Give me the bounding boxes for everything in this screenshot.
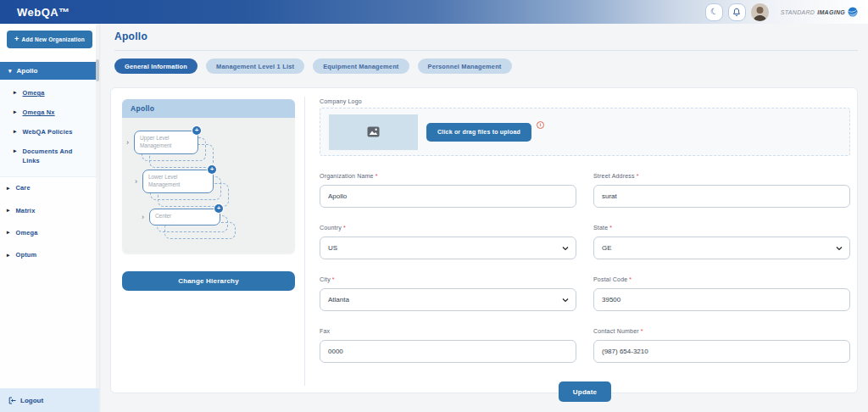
bell-icon	[732, 8, 741, 17]
postal-code-input[interactable]	[593, 288, 850, 311]
avatar-image	[751, 3, 769, 21]
subitem-label: WebQA Policies	[22, 127, 72, 136]
sidebar-item-care[interactable]: ▸ Care	[0, 177, 99, 199]
organization-name-input[interactable]	[320, 185, 576, 208]
logo-preview	[329, 114, 418, 150]
hierarchy-tree: › Upper Level Management + › Lower Level…	[122, 118, 295, 253]
organization-form: Company Logo Click or drag files to uplo…	[320, 98, 850, 402]
contact-number-label: Contact Number	[593, 328, 639, 334]
sidebar-item-label: Optum	[15, 251, 36, 259]
add-node-icon[interactable]: +	[192, 126, 201, 135]
sidebar-item-omega[interactable]: ▸ Omega	[0, 221, 99, 243]
street-address-input[interactable]	[593, 185, 850, 208]
city-label: City	[320, 276, 331, 282]
add-organization-button[interactable]: + Add New Organization	[7, 31, 92, 48]
required-star: *	[609, 225, 612, 231]
sidebar-subitem-omega-nx[interactable]: ▸ Omega Nx	[0, 103, 96, 122]
city-value: Atlanta	[328, 296, 349, 303]
logout-icon	[8, 397, 16, 404]
fax-input[interactable]	[320, 340, 576, 363]
sidebar-subitem-webqa-policies[interactable]: ▸ WebQA Policies	[0, 122, 96, 142]
chevron-right-icon: ▸	[7, 184, 9, 192]
node-expand-chevron[interactable]: ›	[142, 214, 144, 221]
chevron-down-icon	[562, 298, 569, 302]
form-grid: Organization Name* Street Address* Count…	[320, 166, 850, 363]
node-expand-chevron[interactable]: ›	[135, 178, 137, 186]
subitem-label: Omega	[22, 88, 44, 97]
state-field-group: State* GE	[593, 218, 850, 259]
chevron-right-icon: ▸	[14, 108, 16, 116]
country-field-group: Country* US	[320, 218, 576, 259]
image-icon	[367, 126, 380, 137]
sidebar-item-label: Care	[15, 184, 30, 192]
moon-icon: ☾	[709, 7, 719, 17]
node-label: Center	[155, 213, 171, 219]
node-center[interactable]: Center	[149, 209, 220, 225]
node-upper-level-management[interactable]: Upper Level Management	[134, 131, 198, 154]
tab-equipment-management[interactable]: Equipment Management	[313, 58, 409, 74]
globe-icon	[848, 7, 858, 17]
tab-management-level-1-list[interactable]: Management Level 1 List	[206, 58, 304, 74]
upload-files-button[interactable]: Click or drag files to upload	[426, 123, 531, 142]
node-label: Upper Level Management	[140, 135, 171, 148]
chevron-right-icon: ▸	[7, 251, 9, 259]
hierarchy-panel-title: Apollo	[122, 99, 295, 118]
chevron-down-icon	[836, 246, 843, 250]
country-label: Country	[320, 225, 342, 231]
chevron-right-icon: ▸	[14, 88, 16, 97]
apollo-submenu: ▸ Omega ▸ Omega Nx ▸ WebQA Policies ▸ Do…	[0, 80, 96, 177]
logo-upload-dropzone[interactable]: Click or drag files to upload i	[320, 108, 850, 156]
add-node-icon[interactable]: +	[208, 165, 216, 174]
required-star: *	[641, 328, 643, 334]
content-card: Apollo › Upper Level Management + › Lowe…	[110, 87, 858, 393]
company-logo-label: Company Logo	[320, 98, 850, 104]
contact-number-field-group: Contact Number*	[593, 321, 850, 363]
chevron-right-icon: ▸	[7, 228, 9, 237]
organization-name-label: Organization Name	[320, 173, 374, 179]
brand-text-imaging: IMAGING	[817, 9, 845, 15]
node-lower-level-management[interactable]: Lower Level Management	[142, 170, 214, 193]
fax-label: Fax	[320, 328, 330, 334]
required-star: *	[332, 276, 335, 282]
postal-code-label: Postal Code	[593, 276, 627, 282]
user-avatar[interactable]	[751, 3, 769, 21]
street-address-field-group: Street Address*	[593, 166, 850, 208]
city-field-group: City* Atlanta	[320, 270, 576, 311]
organization-name-field-group: Organization Name*	[320, 166, 576, 208]
city-select[interactable]: Atlanta	[320, 288, 576, 311]
app-root: WebQA™ ☾ STANDARDIMAGING	[0, 0, 868, 412]
required-star: *	[637, 173, 639, 179]
subitem-label: Omega Nx	[22, 108, 54, 117]
tab-personnel-management[interactable]: Personnel Management	[418, 58, 512, 74]
sidebar-item-apollo[interactable]: ▾ Apollo	[0, 62, 96, 80]
sidebar-item-optum[interactable]: ▸ Optum	[0, 244, 99, 266]
country-select[interactable]: US	[320, 237, 576, 259]
sidebar-subitem-documents-and-links[interactable]: ▸ Documents And Links	[0, 142, 96, 170]
theme-toggle-button[interactable]: ☾	[705, 3, 723, 21]
sidebar-item-matrix[interactable]: ▸ Matrix	[0, 199, 99, 221]
subitem-label: Documents And Links	[22, 147, 83, 165]
sidebar-item-label: Matrix	[15, 207, 35, 214]
required-star: *	[629, 276, 632, 282]
country-value: US	[328, 244, 337, 252]
postal-code-field-group: Postal Code*	[593, 270, 850, 311]
required-star: *	[343, 225, 346, 231]
street-address-label: Street Address	[593, 173, 635, 179]
sidebar-subitem-omega[interactable]: ▸ Omega	[0, 83, 96, 103]
notifications-button[interactable]	[728, 3, 746, 21]
contact-number-input[interactable]	[593, 340, 850, 363]
update-button[interactable]: Update	[559, 381, 611, 402]
chevron-down-icon	[562, 246, 569, 250]
chevron-down-icon: ▾	[8, 68, 12, 75]
change-hierarchy-button[interactable]: Change Hierarchy	[122, 271, 295, 291]
sidebar-scrollbar-thumb[interactable]	[96, 59, 99, 81]
state-select[interactable]: GE	[593, 237, 850, 259]
node-expand-chevron[interactable]: ›	[126, 139, 129, 147]
info-icon[interactable]: i	[537, 121, 544, 129]
fax-field-group: Fax	[320, 321, 576, 363]
logout-label: Logout	[20, 397, 43, 404]
tab-general-information[interactable]: General Information	[114, 58, 198, 74]
sidebar-scrollbar	[96, 24, 99, 388]
logout-button[interactable]: Logout	[0, 388, 99, 412]
add-node-icon[interactable]: +	[214, 204, 223, 213]
